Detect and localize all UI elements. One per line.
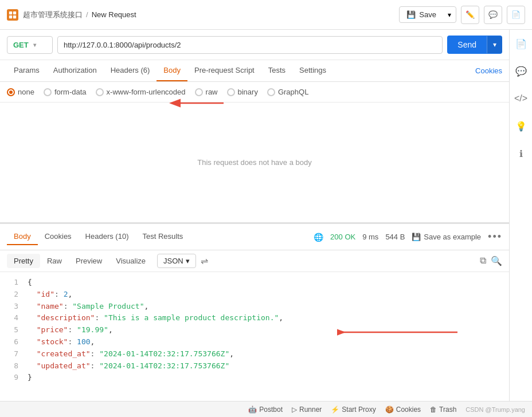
sidebar-code-icon[interactable]: </> (512, 89, 530, 108)
code-line-7: 7 "created_at": "2024-01-14T02:32:17.753… (7, 348, 502, 360)
search-icon[interactable]: 🔍 (491, 255, 502, 266)
radio-graphql-dot (267, 88, 275, 96)
code-line-8: 8 "updated_at": "2024-01-14T02:32:17.753… (7, 360, 502, 372)
resp-tab-cookies[interactable]: Cookies (38, 229, 79, 245)
save-example-button[interactable]: 💾 Save as example (412, 233, 481, 241)
resp-tab-body[interactable]: Body (7, 229, 38, 245)
comment-button[interactable]: 💬 (484, 6, 502, 24)
body-empty-text: This request does not have a body (197, 158, 311, 167)
sidebar-lightbulb-icon[interactable]: 💡 (512, 117, 530, 135)
radio-form-data-dot (44, 88, 52, 96)
globe-icon: 🌐 (314, 233, 323, 242)
save-button-group[interactable]: 💾 Save ▾ (399, 6, 456, 23)
breadcrumb: 超市管理系统接口 / New Request (23, 10, 136, 20)
cookies-button[interactable]: Cookies (475, 61, 502, 81)
cookies-item[interactable]: 🍪 Cookies (385, 406, 421, 414)
save-dropdown-button[interactable]: ▾ (443, 7, 456, 22)
code-line-2: 2 "id": 2, (7, 289, 502, 301)
format-type-chevron: ▾ (186, 257, 190, 265)
collection-name: 超市管理系统接口 (23, 10, 83, 20)
method-chevron: ▾ (33, 42, 36, 48)
code-line-6: 6 "stock": 100, (7, 336, 502, 348)
breadcrumb-separator: / (86, 10, 88, 19)
more-options-button[interactable]: ••• (488, 231, 502, 243)
option-urlencoded-label: x-www-form-urlencoded (107, 88, 186, 96)
format-tab-raw[interactable]: Raw (40, 254, 69, 268)
env-button[interactable]: 📄 (507, 6, 525, 24)
url-input[interactable] (57, 36, 443, 54)
main-content: GET ▾ Send ▾ (0, 30, 532, 401)
url-bar: GET ▾ Send ▾ (0, 30, 509, 60)
cookies-bottom-label: Cookies (396, 406, 421, 414)
breadcrumb-area: 超市管理系统接口 / New Request (7, 9, 399, 21)
tab-settings[interactable]: Settings (292, 60, 333, 81)
tab-tests[interactable]: Tests (261, 60, 292, 81)
trash-icon: 🗑 (430, 406, 437, 414)
cookies-bottom-icon: 🍪 (385, 406, 394, 414)
top-bar: 超市管理系统接口 / New Request 💾 Save ▾ ✏️ 💬 📄 (0, 0, 532, 30)
trash-item[interactable]: 🗑 Trash (430, 406, 456, 414)
postbot-item[interactable]: 🤖 Postbot (248, 406, 283, 414)
option-raw[interactable]: raw (195, 88, 218, 96)
send-button-group[interactable]: Send ▾ (447, 36, 502, 54)
send-dropdown-button[interactable]: ▾ (487, 36, 502, 53)
proxy-icon: ⚡ (331, 406, 339, 414)
collection-icon (7, 9, 18, 21)
right-sidebar: 📄 💬 </> 💡 ℹ (509, 30, 532, 401)
tab-body[interactable]: Body (157, 60, 187, 81)
status-ok: 200 OK (330, 233, 355, 241)
code-line-3: 3 "name": "Sample Product", (7, 301, 502, 313)
start-proxy-item[interactable]: ⚡ Start Proxy (331, 406, 375, 414)
postbot-label: Postbot (259, 406, 283, 414)
sidebar-info-icon[interactable]: ℹ (512, 144, 530, 163)
format-type-label: JSON (163, 257, 183, 265)
tab-params[interactable]: Params (7, 60, 46, 81)
format-tab-pretty[interactable]: Pretty (7, 254, 40, 268)
send-button[interactable]: Send (447, 36, 487, 54)
status-time: 9 ms (362, 233, 378, 241)
tab-pre-request[interactable]: Pre-request Script (187, 60, 261, 81)
option-none[interactable]: none (7, 88, 34, 96)
option-binary[interactable]: binary (227, 88, 258, 96)
status-size: 544 B (385, 233, 405, 241)
format-tab-visualize[interactable]: Visualize (109, 254, 152, 268)
radio-none-dot (7, 88, 15, 96)
edit-button[interactable]: ✏️ (461, 6, 479, 24)
trash-label: Trash (439, 406, 456, 414)
request-title: New Request (92, 10, 136, 19)
sidebar-doc-icon[interactable]: 📄 (512, 34, 530, 53)
svg-rect-0 (9, 11, 12, 14)
format-right-icons: ⧉ 🔍 (480, 255, 502, 266)
format-type-select[interactable]: JSON ▾ (157, 254, 196, 268)
option-raw-label: raw (206, 88, 218, 96)
runner-item[interactable]: ▷ Runner (292, 406, 322, 414)
sidebar-comment-icon[interactable]: 💬 (512, 62, 530, 80)
copy-icon[interactable]: ⧉ (480, 255, 486, 266)
option-urlencoded[interactable]: x-www-form-urlencoded (96, 88, 186, 96)
code-line-5: 5 "price": "19.99", (7, 324, 502, 336)
filter-icon[interactable]: ⇌ (201, 255, 208, 266)
method-select[interactable]: GET ▾ (7, 36, 53, 54)
svg-rect-2 (9, 15, 12, 18)
panel-wrapper: GET ▾ Send ▾ (0, 30, 509, 401)
tab-authorization[interactable]: Authorization (46, 60, 104, 81)
resp-tab-headers[interactable]: Headers (10) (79, 229, 136, 245)
request-tabs: Params Authorization Headers (6) Body Pr… (0, 60, 509, 82)
response-code-viewer: 1 { 2 "id": 2, 3 "name": "Sample Product… (0, 272, 509, 401)
response-header: Body Cookies Headers (10) Test Results 🌐… (0, 224, 509, 250)
save-example-label: Save as example (424, 233, 481, 241)
response-status-area: 🌐 200 OK 9 ms 544 B 💾 Save as example ••… (314, 231, 502, 243)
svg-rect-1 (13, 11, 16, 14)
save-example-icon: 💾 (412, 233, 421, 241)
start-proxy-label: Start Proxy (342, 406, 375, 414)
save-label: Save (419, 10, 436, 19)
option-graphql[interactable]: GraphQL (267, 88, 308, 96)
option-form-data[interactable]: form-data (44, 88, 87, 96)
code-line-1: 1 { (7, 277, 502, 289)
body-options: none form-data x-www-form-urlencoded raw… (0, 82, 509, 103)
radio-raw-dot (195, 88, 203, 96)
resp-tab-test-results[interactable]: Test Results (135, 229, 190, 245)
format-tab-preview[interactable]: Preview (69, 254, 109, 268)
save-button[interactable]: 💾 Save (400, 7, 443, 22)
tab-headers[interactable]: Headers (6) (104, 60, 157, 81)
